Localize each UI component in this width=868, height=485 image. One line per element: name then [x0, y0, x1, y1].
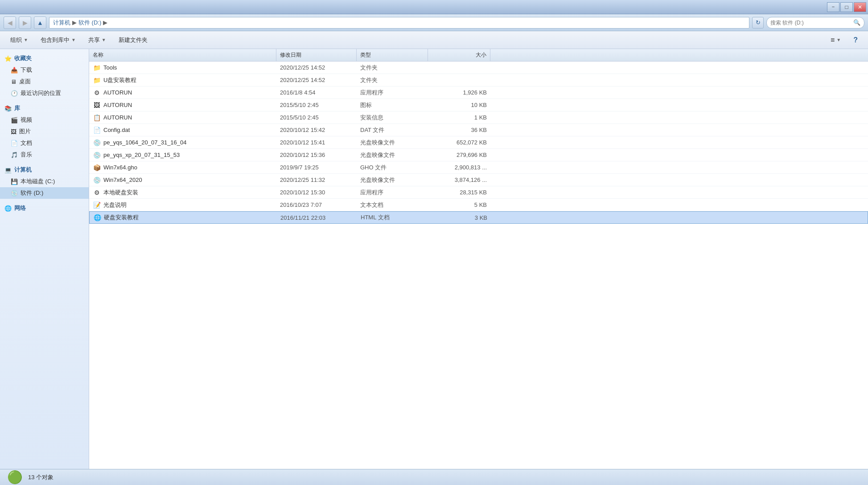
file-row[interactable]: 📁 Tools 2020/12/25 14:52 文件夹 — [89, 62, 868, 74]
sidebar-item-d-drive[interactable]: 💿 软件 (D:) — [0, 187, 89, 199]
sidebar-header-network[interactable]: 🌐 网络 — [0, 202, 89, 214]
file-cell-size: 652,072 KB — [428, 139, 490, 146]
file-row[interactable]: 💿 pe_yqs_1064_20_07_31_16_04 2020/10/12 … — [89, 136, 868, 149]
library-icon: 📚 — [4, 105, 12, 112]
file-name: U盘安装教程 — [103, 76, 136, 84]
file-icon: 🖼 — [93, 101, 101, 109]
sidebar-header-computer[interactable]: 💻 计算机 — [0, 164, 89, 176]
file-list-container[interactable]: 名称 修改日期 类型 大小 📁 Tools 2020/12/25 14:52 文… — [89, 49, 868, 469]
sidebar-section-computer: 💻 计算机 💾 本地磁盘 (C:) 💿 软件 (D:) — [0, 164, 89, 199]
file-row[interactable]: 💿 pe_yqs_xp_20_07_31_15_53 2020/10/12 15… — [89, 149, 868, 161]
forward-button[interactable]: ▶ — [19, 16, 31, 29]
file-name: 硬盘安装教程 — [104, 214, 139, 222]
status-bar: 🟢 13 个对象 — [0, 469, 868, 485]
file-cell-type: 应用程序 — [357, 189, 428, 197]
address-bar: ◀ ▶ ▲ 计算机 ▶ 软件 (D:) ▶ ↻ 🔍 — [0, 14, 868, 31]
network-icon: 🌐 — [4, 205, 12, 212]
file-row[interactable]: 🖼 AUTORUN 2015/5/10 2:45 图标 10 KB — [89, 99, 868, 111]
file-cell-name: 📄 Config.dat — [89, 126, 276, 134]
file-row[interactable]: 📄 Config.dat 2020/10/12 15:42 DAT 文件 36 … — [89, 124, 868, 136]
col-header-size[interactable]: 大小 — [428, 49, 490, 61]
video-icon: 🎬 — [11, 117, 18, 123]
file-icon: 📁 — [93, 76, 101, 84]
file-cell-date: 2020/12/25 11:32 — [276, 177, 357, 183]
refresh-button[interactable]: ↻ — [752, 17, 764, 29]
col-header-date[interactable]: 修改日期 — [276, 49, 357, 61]
file-icon: 💿 — [93, 151, 101, 159]
file-cell-type: 应用程序 — [357, 89, 428, 97]
d-drive-icon: 💿 — [11, 190, 18, 197]
organize-button[interactable]: 组织 ▼ — [4, 33, 34, 47]
file-name: Tools — [103, 64, 117, 71]
include-library-button[interactable]: 包含到库中 ▼ — [35, 33, 82, 47]
file-cell-name: 📁 Tools — [89, 64, 276, 72]
search-icon: 🔍 — [853, 19, 860, 26]
close-button[interactable]: ✕ — [854, 2, 866, 12]
file-name: AUTORUN — [103, 114, 132, 121]
sidebar-item-c-drive[interactable]: 💾 本地磁盘 (C:) — [0, 176, 89, 187]
file-row[interactable]: 📁 U盘安装教程 2020/12/25 14:52 文件夹 — [89, 74, 868, 86]
share-button[interactable]: 共享 ▼ — [82, 33, 112, 47]
file-cell-size: 10 KB — [428, 102, 490, 108]
new-folder-button[interactable]: 新建文件夹 — [113, 33, 153, 47]
music-icon: 🎵 — [11, 152, 18, 158]
file-list-header: 名称 修改日期 类型 大小 — [89, 49, 868, 62]
sidebar-item-download[interactable]: 📥 下载 — [0, 64, 89, 76]
maximize-button[interactable]: □ — [840, 2, 853, 12]
file-cell-size: 5 KB — [428, 201, 490, 208]
main-layout: ⭐ 收藏夹 📥 下载 🖥 桌面 🕐 最近访问的位置 📚 库 — [0, 49, 868, 469]
col-header-name[interactable]: 名称 — [89, 49, 276, 61]
help-button[interactable]: ? — [847, 33, 864, 47]
sidebar-item-recent[interactable]: 🕐 最近访问的位置 — [0, 87, 89, 99]
file-cell-type: 光盘映像文件 — [357, 139, 428, 147]
organize-dropdown-icon: ▼ — [24, 37, 28, 42]
sidebar-item-desktop[interactable]: 🖥 桌面 — [0, 76, 89, 87]
address-path[interactable]: 计算机 ▶ 软件 (D:) ▶ — [49, 17, 749, 29]
download-icon: 📥 — [11, 67, 18, 74]
favorites-icon: ⭐ — [4, 55, 12, 62]
file-name: AUTORUN — [103, 89, 132, 96]
file-name: pe_yqs_xp_20_07_31_15_53 — [103, 152, 180, 158]
file-row[interactable]: ⚙ 本地硬盘安装 2020/10/12 15:30 应用程序 28,315 KB — [89, 186, 868, 199]
library-label: 库 — [14, 104, 20, 112]
file-row[interactable]: 💿 Win7x64_2020 2020/12/25 11:32 光盘映像文件 3… — [89, 174, 868, 186]
up-button[interactable]: ▲ — [34, 16, 46, 29]
file-cell-size: 3 KB — [428, 214, 491, 221]
documents-icon: 📄 — [11, 140, 18, 147]
view-button[interactable]: ≡ ▼ — [825, 33, 847, 47]
file-cell-size: 28,315 KB — [428, 189, 490, 196]
file-cell-name: 💿 Win7x64_2020 — [89, 176, 276, 184]
computer-label: 计算机 — [14, 166, 32, 174]
sidebar-header-favorites[interactable]: ⭐ 收藏夹 — [0, 53, 89, 64]
back-button[interactable]: ◀ — [4, 16, 16, 29]
sidebar-section-favorites: ⭐ 收藏夹 📥 下载 🖥 桌面 🕐 最近访问的位置 — [0, 53, 89, 99]
status-count: 13 个对象 — [28, 473, 53, 481]
file-row[interactable]: 📝 光盘说明 2016/10/23 7:07 文本文档 5 KB — [89, 199, 868, 211]
file-cell-name: 🖼 AUTORUN — [89, 101, 276, 109]
status-icon: 🟢 — [7, 470, 23, 485]
file-icon: 🌐 — [93, 214, 101, 222]
sidebar-item-pictures[interactable]: 🖼 图片 — [0, 126, 89, 137]
file-row[interactable]: ⚙ AUTORUN 2016/1/8 4:54 应用程序 1,926 KB — [89, 86, 868, 99]
sidebar-item-music[interactable]: 🎵 音乐 — [0, 149, 89, 160]
file-cell-name: 📋 AUTORUN — [89, 114, 276, 122]
sidebar-header-library[interactable]: 📚 库 — [0, 103, 89, 114]
sidebar-item-video[interactable]: 🎬 视频 — [0, 114, 89, 126]
file-row[interactable]: 🌐 硬盘安装教程 2016/11/21 22:03 HTML 文档 3 KB — [89, 211, 868, 224]
file-cell-size: 36 KB — [428, 127, 490, 133]
title-bar: － □ ✕ — [0, 0, 868, 14]
file-row[interactable]: 📋 AUTORUN 2015/5/10 2:45 安装信息 1 KB — [89, 111, 868, 124]
view-dropdown-icon: ▼ — [836, 37, 841, 42]
col-header-type[interactable]: 类型 — [357, 49, 428, 61]
download-label: 下载 — [21, 66, 32, 74]
search-box[interactable]: 🔍 — [766, 17, 864, 29]
sidebar-item-documents[interactable]: 📄 文档 — [0, 137, 89, 149]
minimize-button[interactable]: － — [827, 2, 839, 12]
search-input[interactable] — [770, 20, 852, 26]
path-drive: 软件 (D:) — [78, 19, 101, 27]
file-icon: 📄 — [93, 126, 101, 134]
file-icon: 📝 — [93, 201, 101, 209]
sidebar: ⭐ 收藏夹 📥 下载 🖥 桌面 🕐 最近访问的位置 📚 库 — [0, 49, 89, 469]
music-label: 音乐 — [21, 151, 32, 159]
file-row[interactable]: 📦 Win7x64.gho 2019/9/7 19:25 GHO 文件 2,90… — [89, 161, 868, 174]
